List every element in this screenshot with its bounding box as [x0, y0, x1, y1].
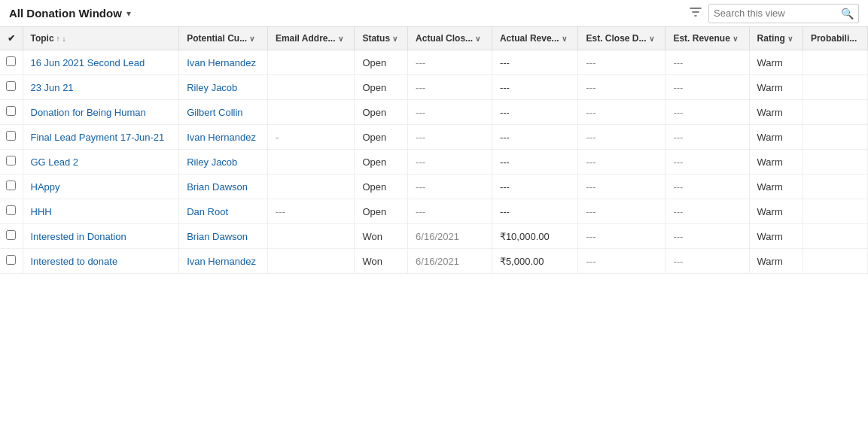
col-status[interactable]: Status ∨ — [355, 27, 408, 50]
contact-link[interactable]: Ivan Hernandez — [187, 132, 256, 143]
checkbox[interactable] — [6, 156, 16, 165]
row-checkbox[interactable] — [0, 50, 23, 75]
col-rating[interactable]: Rating ∨ — [749, 27, 803, 50]
topic-link[interactable]: 23 Jun 21 — [31, 82, 74, 93]
checkbox[interactable] — [6, 131, 16, 141]
rating-cell: Warm — [749, 175, 803, 199]
est-close-value: --- — [586, 132, 595, 143]
topic-link[interactable]: HHH — [31, 206, 52, 217]
rating-value: Warm — [757, 132, 783, 143]
est-close-cell: --- — [578, 50, 665, 75]
est-close-value: --- — [586, 206, 595, 217]
actual-close-cell: --- — [408, 150, 492, 175]
topic-link[interactable]: Donation for Being Human — [31, 107, 146, 118]
email-cell — [267, 150, 355, 175]
actual-rev-cell: --- — [492, 75, 578, 100]
topic-link[interactable]: HAppy — [31, 181, 60, 193]
topic-cell[interactable]: HAppy — [23, 175, 179, 199]
email-cell — [267, 224, 355, 249]
search-button[interactable]: 🔍 — [841, 8, 854, 20]
actual-close-cell: --- — [408, 100, 492, 125]
row-checkbox[interactable] — [0, 199, 23, 224]
rating-cell: Warm — [749, 50, 803, 75]
col-est-revenue[interactable]: Est. Revenue ∨ — [665, 27, 749, 50]
checkbox[interactable] — [6, 205, 16, 215]
contact-link[interactable]: Brian Dawson — [187, 181, 248, 193]
actual-rev-cell: ₹5,000.00 — [492, 249, 578, 274]
topic-link[interactable]: Interested in Donation — [31, 231, 126, 242]
header: All Donation Window ▾ 🔍 — [0, 0, 868, 27]
checkbox[interactable] — [6, 106, 16, 116]
potential-cu-cell: Riley Jacob — [179, 75, 268, 100]
topic-link[interactable]: 16 Jun 2021 Second Lead — [31, 57, 145, 68]
probability-cell — [803, 125, 867, 150]
probability-cell — [803, 199, 867, 224]
topic-cell[interactable]: Donation for Being Human — [23, 100, 179, 125]
contact-link[interactable]: Riley Jacob — [187, 156, 237, 168]
est-revenue-value: --- — [673, 107, 683, 118]
contact-link[interactable]: Ivan Hernandez — [187, 57, 256, 68]
actual-rev-cell: ₹10,000.00 — [492, 224, 578, 249]
est-revenue-value: --- — [673, 132, 683, 143]
est-revenue-cell: --- — [665, 75, 749, 100]
contact-link[interactable]: Riley Jacob — [187, 82, 237, 93]
actual-close-value: --- — [416, 132, 425, 143]
row-checkbox[interactable] — [0, 224, 23, 249]
topic-link[interactable]: Final Lead Payment 17-Jun-21 — [31, 132, 165, 143]
est-close-value: --- — [586, 107, 595, 118]
est-close-cell: --- — [578, 224, 665, 249]
table-body: 16 Jun 2021 Second LeadIvan HernandezOpe… — [0, 50, 868, 274]
row-checkbox[interactable] — [0, 125, 23, 150]
col-potential-cu[interactable]: Potential Cu... ∨ — [179, 27, 268, 50]
filter-icon[interactable] — [689, 5, 702, 21]
col-actual-rev[interactable]: Actual Reve... ∨ — [492, 27, 578, 50]
col-est-close[interactable]: Est. Close D... ∨ — [578, 27, 665, 50]
contact-link[interactable]: Ivan Hernandez — [187, 256, 256, 267]
topic-link[interactable]: GG Lead 2 — [31, 156, 79, 168]
search-input[interactable] — [714, 8, 841, 19]
topic-cell[interactable]: HHH — [23, 199, 179, 224]
contact-link[interactable]: Dan Root — [187, 206, 228, 217]
potential-cu-cell: Riley Jacob — [179, 150, 268, 175]
topic-cell[interactable]: Final Lead Payment 17-Jun-21 — [23, 125, 179, 150]
row-checkbox[interactable] — [0, 75, 23, 100]
col-actual-close[interactable]: Actual Clos... ∨ — [408, 27, 492, 50]
sort-asc-icon: ↑ — [56, 35, 60, 43]
col-check[interactable]: ✔ — [0, 27, 23, 50]
row-checkbox[interactable] — [0, 175, 23, 199]
row-checkbox[interactable] — [0, 150, 23, 175]
col-probability[interactable]: Probabili... — [803, 27, 867, 50]
actual-rev-value: --- — [500, 57, 510, 68]
rating-cell: Warm — [749, 199, 803, 224]
status-badge: Open — [362, 57, 386, 68]
topic-cell[interactable]: 16 Jun 2021 Second Lead — [23, 50, 179, 75]
col-topic[interactable]: Topic ↑ ↓ — [23, 27, 179, 50]
topic-link[interactable]: Interested to donate — [31, 256, 118, 267]
checkbox[interactable] — [6, 56, 16, 66]
actual-close-cell: --- — [408, 125, 492, 150]
est-revenue-cell: --- — [665, 150, 749, 175]
topic-cell[interactable]: Interested to donate — [23, 249, 179, 274]
probability-cell — [803, 150, 867, 175]
rating-cell: Warm — [749, 75, 803, 100]
actual-close-cell: --- — [408, 50, 492, 75]
rating-cell: Warm — [749, 249, 803, 274]
contact-link[interactable]: Brian Dawson — [187, 231, 248, 242]
row-checkbox[interactable] — [0, 100, 23, 125]
topic-cell[interactable]: Interested in Donation — [23, 224, 179, 249]
col-email[interactable]: Email Addre... ∨ — [267, 27, 355, 50]
topic-cell[interactable]: 23 Jun 21 — [23, 75, 179, 100]
email-value: - — [276, 132, 279, 143]
contact-link[interactable]: Gilbert Collin — [187, 107, 242, 118]
chevron-down-icon: ∨ — [338, 35, 343, 43]
chevron-down-icon[interactable]: ▾ — [126, 8, 131, 19]
actual-rev-cell: --- — [492, 150, 578, 175]
chevron-down-icon: ∨ — [475, 35, 480, 43]
checkbox[interactable] — [6, 181, 16, 190]
topic-cell[interactable]: GG Lead 2 — [23, 150, 179, 175]
checkbox[interactable] — [6, 230, 16, 240]
est-revenue-value: --- — [673, 181, 683, 193]
row-checkbox[interactable] — [0, 249, 23, 274]
checkbox[interactable] — [6, 81, 16, 91]
checkbox[interactable] — [6, 255, 16, 265]
